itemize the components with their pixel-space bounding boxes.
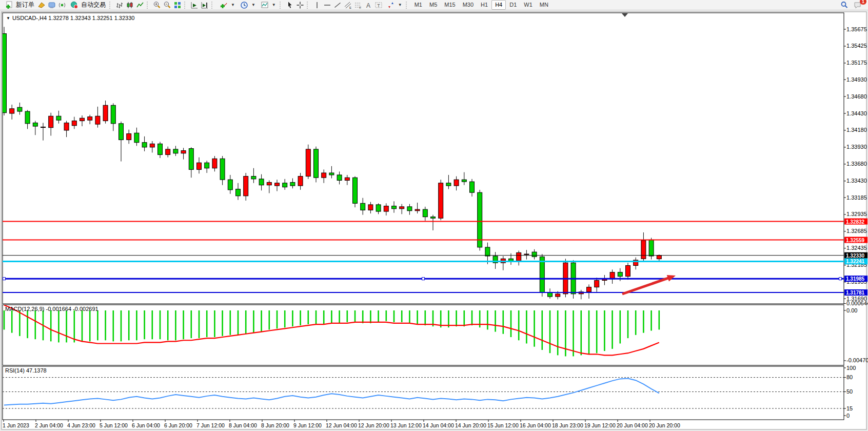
- candle-body: [618, 272, 622, 277]
- fibonacci-tool-icon[interactable]: F: [353, 1, 363, 10]
- candle-body: [197, 163, 202, 169]
- timeframe-m30[interactable]: M30: [459, 0, 477, 10]
- svg-text:F: F: [359, 6, 361, 9]
- macd-indicator-label: MACD(12,26,9) -0.001664 -0.002691: [5, 306, 98, 312]
- timeframe-m15[interactable]: M15: [441, 0, 459, 10]
- price-axis-label: 1.33430: [846, 178, 867, 184]
- zoom-in-icon[interactable]: [152, 1, 162, 10]
- price-axis-label: 1.34430: [846, 110, 867, 116]
- rsi-axis-label: 80: [846, 374, 853, 380]
- toolbar-separator: [280, 2, 283, 9]
- timeframe-m1[interactable]: M1: [411, 0, 426, 10]
- price-axis-label: 1.34680: [846, 93, 867, 100]
- chart-title: ▼USDCAD-,H4 1.32278 1.32343 1.32251 1.32…: [6, 15, 134, 21]
- candle-body: [158, 144, 163, 154]
- svg-text:T: T: [377, 3, 380, 8]
- timeframe-mn[interactable]: MN: [536, 0, 552, 10]
- rsi-indicator-label: RSI(14) 47.1378: [5, 367, 47, 374]
- candle-body: [33, 123, 37, 126]
- candle-body: [290, 182, 295, 186]
- line-drag-handle[interactable]: [422, 278, 425, 280]
- templates-button[interactable]: ▼: [258, 1, 278, 10]
- candle-body: [259, 179, 264, 185]
- auto-scroll-icon[interactable]: [189, 1, 200, 10]
- chart-shift-icon[interactable]: [200, 1, 210, 10]
- time-axis-label: 7 Jun 12:00: [196, 422, 225, 428]
- line-drag-handle[interactable]: [839, 278, 842, 280]
- line-chart-icon[interactable]: [135, 1, 145, 10]
- indicators-button[interactable]: ▼: [216, 1, 237, 10]
- autotrade-button[interactable]: 自动交易: [67, 1, 108, 10]
- timeframe-d1[interactable]: D1: [506, 0, 520, 10]
- candle-body: [524, 254, 529, 254]
- vertical-line-tool-icon[interactable]: [312, 1, 322, 10]
- time-axis-label: 6 Jun 20:00: [164, 422, 192, 428]
- candle-body: [337, 175, 342, 181]
- arrows-tool-button[interactable]: ▼: [384, 1, 404, 10]
- search-icon[interactable]: [839, 1, 850, 10]
- signal-icon[interactable]: [57, 1, 67, 10]
- candle-body: [88, 117, 92, 121]
- candle-body: [478, 192, 482, 247]
- price-axis-label: 1.35175: [846, 60, 867, 66]
- candle-body: [205, 163, 209, 168]
- periods-button[interactable]: ▼: [237, 1, 258, 10]
- time-axis-label: 14 Jun 04:00: [423, 422, 454, 428]
- price-tag-label: 1.32330: [846, 253, 865, 259]
- candle-body: [439, 183, 443, 219]
- text-tool-icon[interactable]: A: [363, 1, 373, 10]
- time-axis-label: 8 Jun 04:00: [229, 422, 257, 428]
- crosshair-icon[interactable]: [295, 1, 305, 10]
- terminal-icon[interactable]: [47, 1, 57, 10]
- timeframe-w1[interactable]: W1: [520, 0, 536, 10]
- main-toolbar: 新订单 自动交易: [0, 0, 868, 10]
- collapse-arrow-icon[interactable]: ▼: [6, 16, 10, 21]
- candlestick-chart-icon[interactable]: [125, 1, 135, 10]
- price-tag-label: 1.32832: [846, 219, 865, 225]
- svg-text:A: A: [366, 2, 370, 9]
- price-tag-label: 1.31985: [846, 276, 865, 282]
- candle-body: [431, 217, 436, 219]
- new-order-button[interactable]: 新订单: [2, 1, 36, 10]
- notifications-button[interactable]: 1: [853, 1, 863, 10]
- candle-body: [189, 149, 193, 170]
- time-axis-label: 14 Jun 20:00: [455, 422, 486, 428]
- main-price-panel: [3, 13, 844, 304]
- timeframe-h1[interactable]: H1: [477, 0, 491, 10]
- candle-body: [173, 149, 178, 153]
- time-axis-label: 6 Jun 04:00: [132, 422, 160, 428]
- toolbar-separator: [147, 2, 150, 9]
- chevron-down-icon: ▼: [398, 3, 402, 7]
- candle-body: [111, 105, 115, 124]
- candle-body: [322, 173, 326, 178]
- candle-body: [361, 203, 365, 210]
- market-watch-icon[interactable]: [36, 1, 47, 10]
- candle-body: [267, 182, 271, 185]
- candle-body: [649, 240, 654, 256]
- time-axis-label: 20 Jun 20:00: [649, 422, 680, 428]
- notification-badge: 1: [860, 0, 866, 5]
- timeframe-h4[interactable]: H4: [491, 0, 506, 10]
- trendline-tool-icon[interactable]: [332, 1, 343, 10]
- candle-body: [587, 287, 591, 292]
- time-axis-label: 12 Jun 20:00: [358, 422, 389, 428]
- toolbar-separator: [211, 2, 215, 9]
- candle-body: [400, 207, 404, 209]
- time-axis-label: 19 Jun 12:00: [584, 422, 616, 428]
- equidistant-channel-tool-icon[interactable]: E: [343, 1, 353, 10]
- toolbar-separator: [406, 2, 409, 9]
- zoom-out-icon[interactable]: [162, 1, 172, 10]
- cursor-icon[interactable]: [285, 1, 295, 10]
- timeframe-m5[interactable]: M5: [426, 0, 441, 10]
- candle-body: [25, 111, 30, 124]
- candle-body: [329, 173, 334, 175]
- candle-body: [392, 206, 397, 209]
- bar-chart-icon[interactable]: [114, 1, 125, 10]
- price-axis-label: 1.33185: [846, 194, 867, 201]
- candle-body: [657, 256, 661, 259]
- text-label-tool-icon[interactable]: T: [373, 1, 384, 10]
- line-drag-handle[interactable]: [3, 278, 6, 280]
- horizontal-line-tool-icon[interactable]: [322, 1, 332, 10]
- price-axis-label: 1.34930: [846, 76, 867, 83]
- tile-windows-icon[interactable]: [172, 1, 183, 10]
